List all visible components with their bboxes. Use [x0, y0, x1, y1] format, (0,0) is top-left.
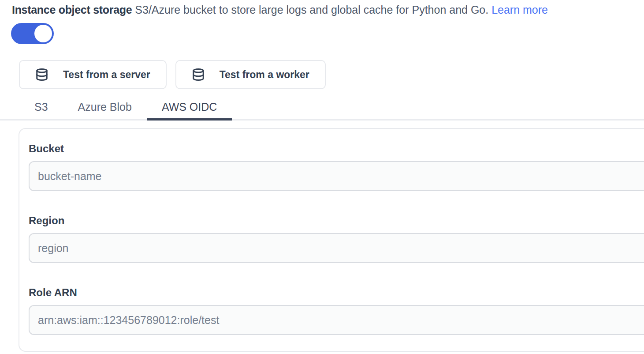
region-label: Region: [29, 214, 644, 227]
test-from-worker-button[interactable]: Test from a worker: [175, 60, 326, 89]
page-title: Instance object storage: [12, 4, 132, 16]
region-input[interactable]: [29, 233, 644, 263]
toggle-knob: [34, 25, 52, 42]
test-from-server-label: Test from a server: [63, 69, 150, 81]
role-arn-label: Role ARN: [29, 286, 644, 299]
database-icon: [35, 67, 48, 83]
tab-azure-blob[interactable]: Azure Blob: [63, 95, 147, 121]
role-arn-field-group: Role ARN: [29, 286, 644, 335]
test-from-worker-label: Test from a worker: [220, 69, 309, 81]
tab-s3[interactable]: S3: [19, 95, 63, 121]
aws-oidc-form-panel: Bucket Region Role ARN: [19, 128, 644, 352]
bucket-label: Bucket: [29, 142, 644, 155]
tab-aws-oidc[interactable]: AWS OIDC: [147, 95, 232, 121]
bucket-field-group: Bucket: [29, 142, 644, 191]
storage-provider-tabs: S3 Azure Blob AWS OIDC: [0, 95, 644, 121]
learn-more-link[interactable]: Learn more: [491, 4, 548, 16]
test-buttons-row: Test from a server Test from a worker: [19, 60, 644, 89]
object-storage-toggle[interactable]: [11, 23, 54, 44]
test-from-server-button[interactable]: Test from a server: [19, 60, 167, 89]
bucket-input[interactable]: [29, 161, 644, 191]
region-field-group: Region: [29, 214, 644, 263]
database-icon: [192, 67, 205, 83]
section-description: S3/Azure bucket to store large logs and …: [135, 4, 488, 16]
section-header: Instance object storage S3/Azure bucket …: [0, 0, 644, 17]
role-arn-input[interactable]: [29, 305, 644, 335]
